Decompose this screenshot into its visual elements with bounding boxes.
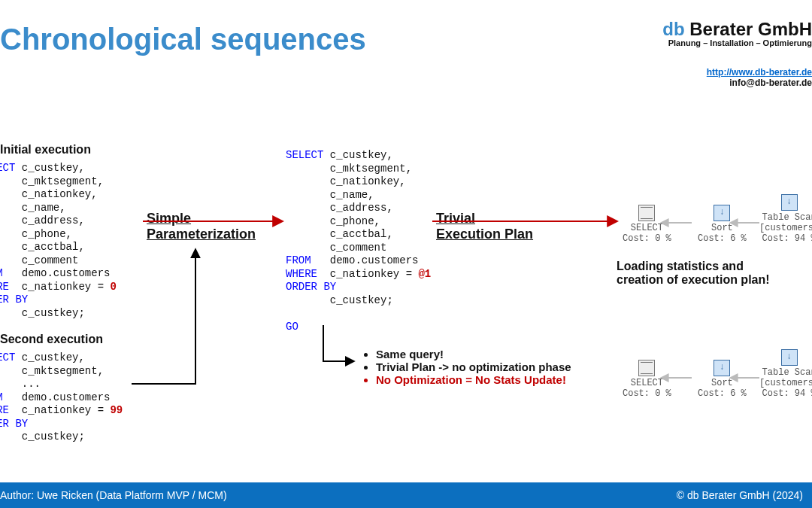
company-name: db Berater GmbH	[662, 19, 812, 40]
code-parameterized: SELECT c_custkey, c_mktsegment, c_nation…	[286, 149, 431, 333]
company-block: db Berater GmbH Planung – Installation –…	[662, 19, 812, 88]
company-name-db: db	[662, 19, 684, 39]
label-initial-execution: Initial execution	[0, 143, 91, 157]
plan-bottom-scan-cost: Cost: 94 %	[759, 388, 812, 399]
label-simple-parameterization: Simple Parameterization	[147, 211, 256, 242]
plan-bottom-sort-cost: Cost: 6 %	[698, 388, 747, 399]
plan-top-scan-label: Table Scan	[759, 212, 812, 223]
plan-bottom-select-cost: Cost: 0 %	[623, 388, 671, 399]
plan-bottom-select-label: SELECT	[623, 378, 671, 388]
footer-copyright: © db Berater GmbH (2024)	[677, 489, 803, 501]
label-plan-note: Loading statistics and creation of execu…	[617, 260, 770, 287]
plan-top-scan: Table Scan [customers] Cost: 94 %	[759, 194, 812, 244]
plan-bottom-sort: Sort Cost: 6 %	[698, 360, 747, 399]
plan-top-sort-label: Sort	[698, 223, 747, 233]
bullets-block: Same query! Trivial Plan -> no optimizat…	[361, 348, 609, 386]
arrow-second-to-param	[132, 250, 195, 384]
label-second-execution: Second execution	[0, 333, 103, 346]
plan-bottom-scan-label: Table Scan	[759, 367, 812, 378]
company-name-rest: Berater GmbH	[685, 19, 812, 39]
select-icon	[638, 205, 655, 221]
company-url-link[interactable]: http://www.db-berater.de	[707, 67, 812, 78]
bullet-no-stats-update: No Optimization = No Stats Update!	[376, 373, 609, 386]
sort-icon	[714, 205, 730, 221]
plan-bottom-scan: Table Scan [customers] Cost: 94 %	[759, 349, 812, 399]
table-scan-icon	[781, 194, 798, 211]
plan-top-scan-cost: Cost: 94 %	[759, 233, 812, 244]
footer: Author: Uwe Ricken (Data Platform MVP / …	[0, 482, 812, 508]
code-initial-execution: SELECT c_custkey, c_mktsegment, c_nation…	[0, 162, 117, 320]
bullet-no-optimization-phase: Trivial Plan -> no optimization phase	[376, 360, 609, 373]
plan-top-select-label: SELECT	[623, 223, 671, 233]
plan-top-sort-cost: Cost: 6 %	[698, 233, 747, 244]
code-second-execution: SELECT c_custkey, c_mktsegment, ... FROM…	[0, 351, 123, 444]
plan-top-select-cost: Cost: 0 %	[623, 233, 671, 244]
footer-author: Author: Uwe Ricken (Data Platform MVP / …	[0, 489, 227, 501]
plan-top-scan-sub: [customers]	[759, 223, 812, 233]
select-icon	[638, 360, 655, 376]
label-trivial-execution-plan: Trivial Execution Plan	[436, 211, 533, 242]
table-scan-icon	[781, 349, 798, 366]
bullet-same-query: Same query!	[376, 348, 609, 360]
plan-top-select: SELECT Cost: 0 %	[623, 205, 671, 244]
page-title: Chronological sequences	[0, 23, 366, 56]
plan-top-sort: Sort Cost: 6 %	[698, 205, 747, 244]
plan-bottom-scan-sub: [customers]	[759, 378, 812, 388]
plan-bottom-sort-label: Sort	[698, 378, 747, 388]
plan-bottom-select: SELECT Cost: 0 %	[623, 360, 671, 399]
sort-icon	[714, 360, 730, 376]
company-url: http://www.db-berater.de	[662, 67, 812, 78]
company-email: info@db-berater.de	[662, 78, 812, 88]
company-tagline: Planung – Installation – Optimierung	[662, 38, 812, 47]
